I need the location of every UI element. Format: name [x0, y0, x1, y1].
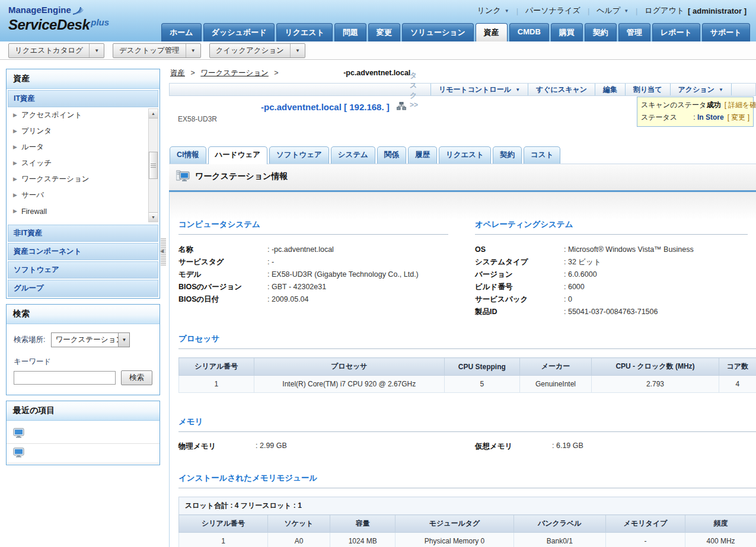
- network-topology-icon[interactable]: [397, 102, 406, 112]
- logout-link[interactable]: ログアウト [ administrator ]: [645, 5, 747, 16]
- tab-hardware[interactable]: ハードウェア: [208, 146, 267, 164]
- edit-button[interactable]: 編集: [595, 84, 625, 95]
- tab-relationships[interactable]: 関係: [377, 146, 406, 164]
- nav-tab-dashboard[interactable]: ダッシュボード: [203, 23, 275, 41]
- recent-item[interactable]: [7, 444, 160, 463]
- sidebar-item-workstation[interactable]: ▶ワークステーション: [8, 171, 158, 187]
- sidebar-item-partial[interactable]: ▶: [8, 219, 158, 223]
- collapse-left-icon: ◀: [160, 248, 164, 254]
- recent-item[interactable]: [7, 424, 160, 444]
- cell: Bank0/1: [513, 533, 605, 547]
- field-value: 55041-037-0084763-71506: [564, 306, 658, 318]
- nav-tab-solutions[interactable]: ソリューション: [402, 23, 474, 41]
- nav-tab-home[interactable]: ホーム: [161, 23, 202, 41]
- status-label: ステータス: [641, 111, 693, 124]
- sidebar-section-it-assets[interactable]: IT資産: [8, 90, 158, 107]
- logo-swirl-icon: [72, 5, 85, 17]
- chevron-down-icon[interactable]: ▼: [89, 44, 104, 57]
- sidebar-item-router[interactable]: ▶ルータ: [8, 139, 158, 155]
- scrollbar-thumb[interactable]: [149, 152, 158, 179]
- sidebar-section-asset-components[interactable]: 資産コンポーネント: [8, 243, 158, 260]
- actions-menu[interactable]: アクション▼: [670, 84, 731, 95]
- sidebar-scrollbar[interactable]: ▲ ▼: [148, 108, 158, 222]
- remote-control-menu[interactable]: リモートコントロール▼: [430, 84, 528, 95]
- sidebar-item-access-point[interactable]: ▶アクセスポイント: [8, 107, 158, 123]
- column-header: プロセッサ: [254, 358, 444, 376]
- nav-tab-support[interactable]: サポート: [702, 23, 750, 41]
- scan-now-button[interactable]: すぐにスキャン: [528, 84, 595, 95]
- arrow-right-icon: ▶: [13, 177, 17, 182]
- column-header: シリアル番号: [179, 358, 254, 376]
- cell: A0: [267, 533, 330, 547]
- field-label: サービスパック: [475, 293, 564, 306]
- field-label: システムタイプ: [475, 256, 564, 268]
- search-scope-select[interactable]: ワークステーション ▼: [51, 332, 130, 347]
- monitor-icon: [13, 447, 24, 459]
- field-value: -: [267, 256, 274, 268]
- asset-title-block: -pc.adventnet.local [ 192.168. ] EX58-UD…: [169, 96, 756, 142]
- scroll-down-icon[interactable]: ▼: [149, 212, 158, 222]
- tab-ci-info[interactable]: CI情報: [170, 146, 206, 164]
- field-value: 6.0.6000: [564, 268, 597, 281]
- help-menu[interactable]: ヘルプ▼: [596, 5, 629, 16]
- chevron-down-icon[interactable]: ▼: [186, 44, 200, 57]
- column-header: 頻度: [685, 515, 756, 533]
- status-change-link[interactable]: [ 変更 ]: [728, 111, 749, 124]
- field-label: ビルド番号: [475, 281, 564, 293]
- sidebar-section-software[interactable]: ソフトウェア: [8, 261, 158, 279]
- sidebar-section-groups[interactable]: グループ: [8, 280, 158, 297]
- chevron-down-icon[interactable]: ▼: [118, 333, 129, 347]
- sidebar-item-firewall[interactable]: ▶Firewall: [8, 203, 158, 219]
- arrow-right-icon: ▶: [13, 145, 17, 150]
- nav-tab-contracts[interactable]: 契約: [585, 23, 617, 41]
- column-header: バンクラベル: [513, 515, 605, 533]
- quick-actions-button[interactable]: クイックアクション ▼: [209, 43, 305, 58]
- operating-system-section: オペレーティングシステム OSMicrosoft® Windows Vista™…: [475, 219, 748, 318]
- action-bar-end: [731, 84, 755, 95]
- tab-system[interactable]: システム: [331, 146, 375, 164]
- sidebar-item-switch[interactable]: ▶スイッチ: [8, 155, 158, 171]
- nav-tab-problems[interactable]: 問題: [334, 23, 366, 41]
- nav-tab-changes[interactable]: 変更: [368, 23, 400, 41]
- search-button[interactable]: 検索: [121, 370, 152, 385]
- nav-tab-admin[interactable]: 管理: [618, 23, 650, 41]
- tab-history[interactable]: 履歴: [408, 146, 437, 164]
- chevron-down-icon[interactable]: ▼: [290, 44, 305, 57]
- field-value: 6000: [564, 281, 585, 293]
- sidebar-item-server[interactable]: ▶サーバ: [8, 187, 158, 203]
- scroll-up-icon[interactable]: ▲: [149, 109, 158, 119]
- virtual-memory-label: 仮想メモリ: [475, 442, 552, 452]
- status-value: In Store: [693, 111, 723, 124]
- tab-requests[interactable]: リクエスト: [439, 146, 491, 164]
- links-menu[interactable]: リンク▼: [477, 5, 509, 16]
- asset-action-bar: タスク >> リモートコントロール▼ すぐにスキャン 編集 割り当て アクション…: [169, 83, 756, 96]
- column-header: 容量: [330, 515, 395, 533]
- keyword-input[interactable]: [14, 371, 116, 385]
- nav-tab-requests[interactable]: リクエスト: [276, 23, 333, 41]
- nav-tab-cmdb[interactable]: CMDB: [509, 23, 549, 41]
- asset-host-title[interactable]: -pc.adventnet.local [ 192.168. ]: [261, 102, 390, 112]
- nav-tab-purchase[interactable]: 購買: [551, 23, 583, 41]
- sidebar-section-non-it-assets[interactable]: 非IT資産: [8, 225, 158, 242]
- tab-contracts[interactable]: 契約: [493, 146, 522, 164]
- request-catalog-button[interactable]: リクエストカタログ ▼: [8, 43, 104, 58]
- tab-software[interactable]: ソフトウェア: [269, 146, 329, 164]
- arrow-right-icon: ▶: [13, 113, 17, 118]
- desktop-management-button[interactable]: デスクトップ管理 ▼: [113, 43, 201, 58]
- sidebar-collapse-handle[interactable]: ◀: [161, 238, 166, 265]
- processor-table: シリアル番号 プロセッサ CPU Stepping メーカー CPU - クロッ…: [178, 357, 756, 393]
- nav-tab-reports[interactable]: レポート: [652, 23, 700, 41]
- sidebar-item-printer[interactable]: ▶プリンタ: [8, 123, 158, 139]
- tab-costs[interactable]: コスト: [524, 146, 560, 164]
- breadcrumb-workstation[interactable]: ワークステーション: [200, 69, 269, 77]
- breadcrumb-assets[interactable]: 資産: [170, 69, 185, 77]
- nav-tab-assets[interactable]: 資産: [476, 23, 508, 41]
- column-header: モジュールタグ: [395, 515, 514, 533]
- breadcrumb-separator: >: [190, 69, 194, 77]
- scan-detail-link[interactable]: [ 詳細を確認 ]: [725, 99, 756, 111]
- cell: 5: [445, 376, 520, 393]
- assign-button[interactable]: 割り当て: [625, 84, 670, 95]
- computer-system-section: コンピュータシステム 名称-pc.adventnet.local サービスタグ-…: [178, 219, 448, 318]
- personalize-link[interactable]: パーソナライズ: [525, 5, 580, 16]
- cell: -: [605, 533, 685, 547]
